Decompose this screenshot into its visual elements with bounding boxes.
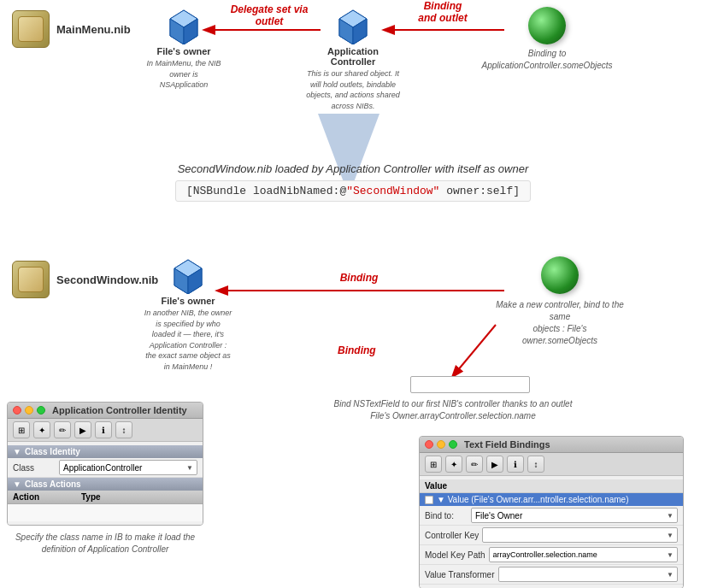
toolbar-btn-4[interactable]: ▶ [74, 421, 91, 438]
binding-sphere-group: Binding toApplicationController.someObje… [496, 7, 598, 72]
files-owner-bottom-cube [169, 256, 207, 294]
textfield-mock[interactable] [410, 376, 530, 393]
secondwindow-nib-group: SecondWindow.nib [12, 261, 158, 298]
class-row: Class ApplicationController ▼ [8, 458, 203, 478]
section-title: SecondWindow.nib loaded by Application C… [0, 162, 706, 175]
delegate-label: Delegate set via outlet [218, 3, 321, 27]
model-key-path-input[interactable]: arrayController.selection.name ▼ [489, 547, 678, 562]
class-input[interactable]: ApplicationController ▼ [59, 460, 197, 475]
class-actions-header: ▼ Class Actions [8, 478, 203, 491]
bind-to-row: Bind to: File's Owner ▼ [420, 506, 683, 526]
bbar-btn-5[interactable]: ℹ [507, 456, 524, 473]
sphere2-icon [541, 256, 579, 294]
identity-caption: Specify the class name in IB to make it … [7, 532, 203, 556]
col-action: Action [13, 492, 81, 502]
controller-key-label: Controller Key [425, 531, 479, 540]
identity-panel-title: Application Controller Identity [52, 405, 187, 415]
class-actions-label: Class Actions [25, 479, 81, 489]
value-row-label: ▼ Value (File's Owner.arr...ntroller.sel… [437, 495, 629, 504]
toolbar-btn-5[interactable]: ℹ [95, 421, 112, 438]
col-header: Action Type [8, 491, 203, 504]
toolbar-btn-6[interactable]: ↕ [115, 421, 132, 438]
value-label: Value [425, 481, 447, 491]
code-red-string: "SecondWindow" [346, 185, 439, 197]
files-owner-bottom-label: File's owner [161, 296, 215, 306]
class-label: Class [13, 463, 56, 473]
model-key-path-arrow: ▼ [667, 551, 674, 559]
files-owner-top-desc: In MainMenu, the NIBowner is NSApplicati… [145, 58, 222, 91]
tl-red[interactable] [13, 406, 21, 415]
controller-key-arrow: ▼ [667, 532, 674, 539]
col-type: Type [81, 492, 197, 502]
files-owner-top-cube [165, 7, 203, 44]
triangle-icon-2: ▼ [13, 479, 21, 489]
identity-panel-content: ▼ Class Identity Class ApplicationContro… [8, 442, 203, 525]
controller-key-input[interactable]: ▼ [482, 527, 678, 543]
toolbar-btn-2[interactable]: ✦ [33, 421, 50, 438]
class-value: ApplicationController [63, 463, 142, 473]
mainmenu-nib-group: MainMenu.nib [12, 10, 131, 48]
middle-section: SecondWindow.nib loaded by Application C… [0, 162, 706, 202]
bindings-panel-content: Value ✓ ▼ Value (File's Owner.arr...ntro… [420, 476, 683, 588]
bbar-btn-3[interactable]: ✏ [466, 456, 483, 473]
bbar-btn-6[interactable]: ↕ [527, 456, 544, 473]
files-owner-top-group: File's owner In MainMenu, the NIBowner i… [150, 7, 218, 91]
model-key-path-value: arrayController.selection.name [493, 550, 597, 559]
bind-to-arrow: ▼ [667, 512, 674, 520]
files-owner-bottom-desc: In another NIB, the owneris specified by… [141, 308, 235, 373]
files-owner-top-label: File's owner [156, 46, 210, 56]
bindings-panel: Text Field Bindings ⊞ ✦ ✏ ▶ ℹ ↕ Value ✓ … [419, 436, 684, 588]
identity-panel-toolbar: ⊞ ✦ ✏ ▶ ℹ ↕ [8, 419, 203, 442]
btl-green[interactable] [449, 440, 457, 449]
toolbar-btn-1[interactable]: ⊞ [13, 421, 30, 438]
bind-to-value: File's Owner [475, 511, 522, 520]
app-controller-desc: This is our shared object. Itwill hold o… [302, 68, 404, 111]
btl-yellow[interactable] [437, 440, 445, 449]
tl-green[interactable] [37, 406, 45, 415]
btl-red[interactable] [425, 440, 433, 449]
value-transformer-input[interactable]: ▼ [498, 567, 678, 582]
class-identity-label: Class Identity [25, 447, 80, 456]
bbar-btn-4[interactable]: ▶ [486, 456, 503, 473]
value-transformer-arrow: ▼ [667, 571, 674, 579]
app-controller-label: ApplicationController [327, 46, 379, 67]
bind-to-input[interactable]: File's Owner ▼ [471, 508, 678, 523]
svg-line-4 [453, 325, 496, 376]
mainmenu-nib-icon [12, 10, 50, 48]
files-owner-bottom-group: File's owner In another NIB, the owneris… [154, 256, 222, 373]
bind-to-label: Bind to: [425, 511, 468, 520]
class-identity-header: ▼ Class Identity [8, 445, 203, 458]
identity-panel: Application Controller Identity ⊞ ✦ ✏ ▶ … [7, 402, 203, 526]
tl-yellow[interactable] [25, 406, 33, 415]
code-block: [NSBundle loadNibNamed:@"SecondWindow" o… [175, 180, 531, 202]
binding-sphere-label: Binding toApplicationController.someObje… [481, 48, 612, 72]
diagram-area: MainMenu.nib File's owner In MainMenu, t… [0, 0, 706, 588]
value-binding-row[interactable]: ✓ ▼ Value (File's Owner.arr...ntroller.s… [420, 493, 683, 506]
value-section-header: Value [420, 479, 683, 493]
bindings-panel-title: Text Field Bindings [464, 439, 550, 450]
toolbar-btn-3[interactable]: ✏ [54, 421, 71, 438]
controller-key-row: Controller Key ▼ [420, 526, 683, 545]
app-controller-group: ApplicationController This is our shared… [310, 7, 396, 111]
identity-panel-titlebar: Application Controller Identity [8, 403, 203, 419]
binding-and-outlet-label: Bindingand outlet [391, 0, 494, 24]
bbar-btn-1[interactable]: ⊞ [425, 456, 442, 473]
model-key-path-label: Model Key Path [425, 550, 485, 560]
sphere2-desc: Make a new controller, bind to the sameo… [496, 299, 624, 347]
value-transformer-label: Value Transformer [425, 570, 495, 579]
empty-table [8, 504, 203, 521]
binding-sphere-icon [528, 7, 566, 44]
secondwindow-nib-label: SecondWindow.nib [56, 273, 158, 286]
value-checkbox[interactable]: ✓ [425, 496, 433, 504]
app-controller-cube [334, 7, 372, 44]
binding1-label: Binding [308, 272, 410, 284]
secondwindow-nib-icon [12, 261, 50, 298]
triangle-icon: ▼ [13, 447, 21, 456]
bind-caption: Bind NSTextField to our first NIB's cont… [333, 398, 573, 422]
bindings-panel-titlebar: Text Field Bindings [420, 437, 683, 453]
binding2-label: Binding [338, 344, 406, 356]
bbar-btn-2[interactable]: ✦ [445, 456, 462, 473]
bindings-panel-toolbar: ⊞ ✦ ✏ ▶ ℹ ↕ [420, 453, 683, 476]
mainmenu-nib-label: MainMenu.nib [56, 23, 131, 36]
model-key-path-row: Model Key Path arrayController.selection… [420, 545, 683, 565]
